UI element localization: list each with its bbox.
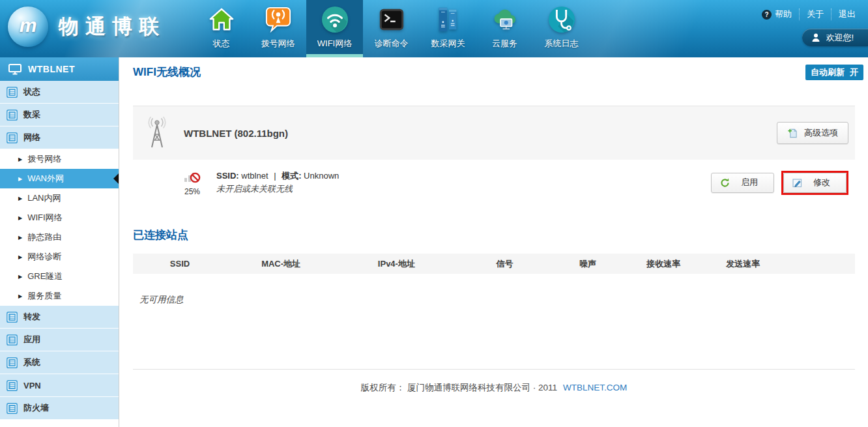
auto-refresh-state: 开 <box>850 66 858 78</box>
sidebar-item-network[interactable]: 网络 <box>0 126 119 149</box>
nav-tab-label: 系统日志 <box>545 38 579 50</box>
main-content: WIFI无线概况 自动刷新 开 WTBLNET (802.11bgn) <box>120 57 868 427</box>
footer: 版权所有： 厦门物通博联网络科技有限公司 · 2011 WTBLNET.COM <box>133 382 855 394</box>
logout-link-label: 退出 <box>839 8 856 20</box>
sidebar-item-firewall[interactable]: 防火墙 <box>0 397 119 420</box>
sidebar-item-gre-tunnel[interactable]: GRE隧道 <box>0 267 119 286</box>
top-nav: 状态 拨号网络 <box>193 0 590 57</box>
welcome-badge[interactable]: 欢迎您! <box>802 29 868 46</box>
brand-logo-glyph: m <box>20 14 37 37</box>
user-icon <box>811 33 820 42</box>
ssid-separator: | <box>274 171 276 181</box>
sidebar-item-wan[interactable]: WAN外网 <box>0 169 119 188</box>
sidebar-item-label: LAN内网 <box>27 192 61 204</box>
gateway-icon <box>435 4 462 35</box>
logout-link[interactable]: 退出 <box>831 8 863 20</box>
sidebar-item-static-route[interactable]: 静态路由 <box>0 228 119 247</box>
sidebar-item-lan[interactable]: LAN内网 <box>0 188 119 208</box>
column-rx-rate: 接收速率 <box>624 254 703 274</box>
signal-percent: 25% <box>179 187 206 196</box>
about-link-label: 关于 <box>807 8 824 20</box>
nav-tab-status[interactable]: 状态 <box>193 0 250 57</box>
column-spacer <box>783 254 855 274</box>
about-link[interactable]: 关于 <box>799 8 831 20</box>
refresh-icon <box>720 178 730 188</box>
column-ipv4: IPv4-地址 <box>335 254 457 274</box>
wifi-icon <box>321 4 349 35</box>
auto-refresh-toggle[interactable]: 自动刷新 开 <box>805 65 863 80</box>
dialup-icon <box>265 4 292 35</box>
sidebar-item-label: VPN <box>23 381 41 390</box>
nav-tab-syslog[interactable]: 系统日志 <box>533 0 590 57</box>
page-plus-icon <box>787 128 798 138</box>
enable-button[interactable]: 启用 <box>711 173 774 193</box>
sidebar-item-diagnostics[interactable]: 网络诊断 <box>0 247 119 267</box>
stations-table: SSID MAC-地址 IPv4-地址 信号 噪声 接收速率 发送速率 <box>133 254 855 274</box>
modify-button[interactable]: 修改 <box>783 173 846 193</box>
nav-tab-diagnostics[interactable]: 诊断命令 <box>363 0 420 57</box>
nav-tab-label: WIFI网络 <box>317 38 352 50</box>
list-icon <box>7 357 18 368</box>
sidebar: WTBLNET 状态 数采 网络 拨号网络 WAN外网 LAN内网 WIFI网络… <box>0 57 119 427</box>
cloud-icon <box>491 4 519 35</box>
ssid-value: wtblnet <box>241 171 268 181</box>
top-links: ? 帮助 关于 退出 <box>755 8 863 20</box>
column-mac: MAC-地址 <box>227 254 335 274</box>
no-data-message: 无可用信息 <box>133 294 855 306</box>
column-noise: 噪声 <box>552 254 624 274</box>
nav-tab-cloud[interactable]: 云服务 <box>476 0 533 57</box>
sidebar-item-label: 状态 <box>23 86 40 98</box>
sidebar-item-label: 网络诊断 <box>27 251 61 263</box>
sidebar-item-vpn[interactable]: VPN <box>0 374 119 397</box>
sidebar-item-label: 数采 <box>23 109 40 121</box>
sidebar-item-system[interactable]: 系统 <box>0 351 119 374</box>
brand-logo: m 物通博联 <box>8 7 166 47</box>
sidebar-item-label: WAN外网 <box>27 173 64 184</box>
home-icon <box>208 4 235 35</box>
sidebar-item-label: 拨号网络 <box>27 153 61 165</box>
network-info: SSID: wtblnet | 模式: Unknown 未开启或未关联无线 <box>216 169 339 196</box>
list-icon <box>7 110 18 121</box>
help-icon: ? <box>762 10 772 20</box>
sidebar-item-qos[interactable]: 服务质量 <box>0 286 119 306</box>
sidebar-item-status[interactable]: 状态 <box>0 81 119 104</box>
sidebar-device-name: WTBLNET <box>28 64 75 74</box>
ssid-label: SSID: <box>216 171 239 181</box>
column-ssid: SSID <box>133 254 227 274</box>
connected-stations-section: 已连接站点 SSID MAC-地址 IPv4-地址 信号 噪声 接收速率 发送速… <box>133 228 855 306</box>
monitor-icon <box>8 64 22 75</box>
enable-button-label: 启用 <box>741 177 758 188</box>
nav-tab-wifi[interactable]: WIFI网络 <box>306 0 363 57</box>
brand-logo-icon: m <box>8 7 48 47</box>
sidebar-item-wifi[interactable]: WIFI网络 <box>0 208 119 228</box>
help-link[interactable]: ? 帮助 <box>755 8 799 20</box>
ssid-line: SSID: wtblnet | 模式: Unknown <box>216 169 339 183</box>
sidebar-item-applications[interactable]: 应用 <box>0 329 119 351</box>
stations-title: 已连接站点 <box>133 228 855 243</box>
edit-icon <box>792 178 802 188</box>
stations-table-header-row: SSID MAC-地址 IPv4-地址 信号 噪声 接收速率 发送速率 <box>133 254 855 274</box>
signal-indicator: 25% <box>179 169 206 196</box>
modify-button-highlight: 修改 <box>781 171 848 195</box>
wifi-overview-section: WTBLNET (802.11bgn) 高级选项 <box>133 106 855 205</box>
welcome-text: 欢迎您! <box>826 32 854 44</box>
sidebar-item-forwarding[interactable]: 转发 <box>0 306 119 329</box>
advanced-options-button[interactable]: 高级选项 <box>777 122 848 144</box>
sidebar-item-datacollect[interactable]: 数采 <box>0 104 119 126</box>
footer-link[interactable]: WTBLNET.COM <box>563 383 627 392</box>
nav-tab-dialup[interactable]: 拨号网络 <box>250 0 306 57</box>
nav-tab-label: 数采网关 <box>431 38 465 50</box>
sidebar-item-label: 静态路由 <box>27 231 61 243</box>
nav-tab-gateway[interactable]: 数采网关 <box>420 0 476 57</box>
list-icon <box>7 312 18 323</box>
advanced-options-label: 高级选项 <box>804 127 838 139</box>
mode-label: 模式: <box>282 171 301 181</box>
syslog-icon <box>548 4 575 35</box>
copyright-text: 版权所有： 厦门物通博联网络科技有限公司 · 2011 <box>361 383 557 392</box>
sidebar-item-dialup-network[interactable]: 拨号网络 <box>0 149 119 169</box>
footer-divider <box>133 369 855 370</box>
column-signal: 信号 <box>458 254 552 274</box>
list-icon <box>7 132 18 143</box>
wifi-status-text: 未开启或未关联无线 <box>216 183 339 196</box>
sidebar-item-label: GRE隧道 <box>27 271 63 282</box>
